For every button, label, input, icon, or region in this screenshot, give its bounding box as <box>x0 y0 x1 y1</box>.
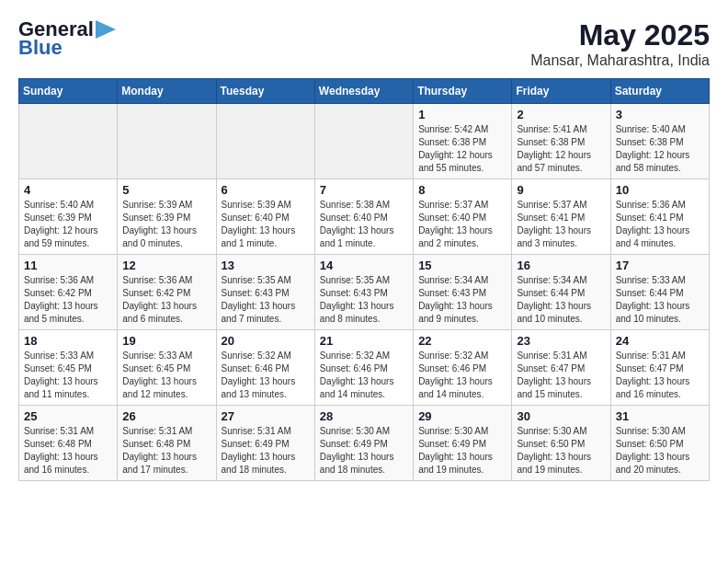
day-info: Sunrise: 5:33 AMSunset: 6:44 PMDaylight:… <box>616 274 704 326</box>
table-row: 27Sunrise: 5:31 AMSunset: 6:49 PMDayligh… <box>216 406 314 481</box>
col-saturday: Saturday <box>610 79 709 104</box>
day-number: 29 <box>418 409 506 423</box>
day-number: 1 <box>418 108 506 121</box>
table-row: 17Sunrise: 5:33 AMSunset: 6:44 PMDayligh… <box>610 255 709 330</box>
table-row: 5Sunrise: 5:39 AMSunset: 6:39 PMDaylight… <box>118 179 216 255</box>
day-number: 11 <box>24 259 112 272</box>
table-row: 29Sunrise: 5:30 AMSunset: 6:49 PMDayligh… <box>414 406 512 481</box>
day-info: Sunrise: 5:31 AMSunset: 6:47 PMDaylight:… <box>616 350 704 401</box>
table-row: 7Sunrise: 5:38 AMSunset: 6:40 PMDaylight… <box>314 179 413 255</box>
table-row: 2Sunrise: 5:41 AMSunset: 6:38 PMDaylight… <box>512 104 610 179</box>
day-number: 12 <box>122 259 210 272</box>
title-block: May 2025 Mansar, Maharashtra, India <box>530 18 710 69</box>
day-number: 4 <box>24 183 112 197</box>
table-row: 3Sunrise: 5:40 AMSunset: 6:38 PMDaylight… <box>610 104 709 179</box>
table-row: 31Sunrise: 5:30 AMSunset: 6:50 PMDayligh… <box>610 406 709 481</box>
table-row: 23Sunrise: 5:31 AMSunset: 6:47 PMDayligh… <box>512 330 610 406</box>
calendar-table: Sunday Monday Tuesday Wednesday Thursday… <box>18 78 710 481</box>
logo-text-blue: Blue <box>18 36 63 59</box>
col-sunday: Sunday <box>19 79 118 104</box>
table-row: 24Sunrise: 5:31 AMSunset: 6:47 PMDayligh… <box>610 330 709 406</box>
day-number: 9 <box>517 183 605 197</box>
day-number: 30 <box>517 409 605 423</box>
day-number: 28 <box>320 409 408 423</box>
table-row: 20Sunrise: 5:32 AMSunset: 6:46 PMDayligh… <box>216 330 314 406</box>
table-row: 30Sunrise: 5:30 AMSunset: 6:50 PMDayligh… <box>512 406 610 481</box>
day-info: Sunrise: 5:36 AMSunset: 6:42 PMDaylight:… <box>24 274 112 326</box>
day-info: Sunrise: 5:36 AMSunset: 6:42 PMDaylight:… <box>122 274 210 326</box>
table-row: 25Sunrise: 5:31 AMSunset: 6:48 PMDayligh… <box>19 406 118 481</box>
day-info: Sunrise: 5:30 AMSunset: 6:49 PMDaylight:… <box>418 425 506 477</box>
calendar-title: May 2025 <box>530 18 710 52</box>
calendar-header-row: Sunday Monday Tuesday Wednesday Thursday… <box>19 79 710 104</box>
table-row: 1Sunrise: 5:42 AMSunset: 6:38 PMDaylight… <box>414 104 512 179</box>
table-row <box>118 104 216 179</box>
calendar-week-row: 18Sunrise: 5:33 AMSunset: 6:45 PMDayligh… <box>19 330 710 406</box>
col-thursday: Thursday <box>414 79 512 104</box>
day-info: Sunrise: 5:40 AMSunset: 6:39 PMDaylight:… <box>24 199 112 250</box>
table-row: 8Sunrise: 5:37 AMSunset: 6:40 PMDaylight… <box>414 179 512 255</box>
table-row <box>216 104 314 179</box>
table-row: 14Sunrise: 5:35 AMSunset: 6:43 PMDayligh… <box>314 255 413 330</box>
calendar-week-row: 1Sunrise: 5:42 AMSunset: 6:38 PMDaylight… <box>19 104 710 179</box>
col-friday: Friday <box>512 79 610 104</box>
day-info: Sunrise: 5:38 AMSunset: 6:40 PMDaylight:… <box>320 199 408 250</box>
table-row: 16Sunrise: 5:34 AMSunset: 6:44 PMDayligh… <box>512 255 610 330</box>
table-row: 28Sunrise: 5:30 AMSunset: 6:49 PMDayligh… <box>314 406 413 481</box>
day-info: Sunrise: 5:30 AMSunset: 6:50 PMDaylight:… <box>517 425 605 477</box>
day-info: Sunrise: 5:33 AMSunset: 6:45 PMDaylight:… <box>24 350 112 401</box>
day-number: 27 <box>222 409 310 423</box>
day-info: Sunrise: 5:41 AMSunset: 6:38 PMDaylight:… <box>517 123 605 175</box>
day-number: 2 <box>517 108 605 121</box>
table-row: 9Sunrise: 5:37 AMSunset: 6:41 PMDaylight… <box>512 179 610 255</box>
day-number: 14 <box>320 259 408 272</box>
day-info: Sunrise: 5:32 AMSunset: 6:46 PMDaylight:… <box>418 350 506 401</box>
day-number: 17 <box>616 259 704 272</box>
table-row: 13Sunrise: 5:35 AMSunset: 6:43 PMDayligh… <box>216 255 314 330</box>
col-tuesday: Tuesday <box>216 79 314 104</box>
day-number: 8 <box>418 183 506 197</box>
day-info: Sunrise: 5:33 AMSunset: 6:45 PMDaylight:… <box>122 350 210 401</box>
calendar-week-row: 11Sunrise: 5:36 AMSunset: 6:42 PMDayligh… <box>19 255 710 330</box>
day-info: Sunrise: 5:40 AMSunset: 6:38 PMDaylight:… <box>616 123 704 175</box>
col-monday: Monday <box>118 79 216 104</box>
day-number: 31 <box>616 409 704 423</box>
day-info: Sunrise: 5:39 AMSunset: 6:40 PMDaylight:… <box>222 199 310 250</box>
day-info: Sunrise: 5:31 AMSunset: 6:48 PMDaylight:… <box>122 425 210 477</box>
day-info: Sunrise: 5:37 AMSunset: 6:41 PMDaylight:… <box>517 199 605 250</box>
table-row: 18Sunrise: 5:33 AMSunset: 6:45 PMDayligh… <box>19 330 118 406</box>
day-number: 19 <box>122 334 210 348</box>
day-info: Sunrise: 5:34 AMSunset: 6:44 PMDaylight:… <box>517 274 605 326</box>
day-info: Sunrise: 5:36 AMSunset: 6:41 PMDaylight:… <box>616 199 704 250</box>
calendar-week-row: 25Sunrise: 5:31 AMSunset: 6:48 PMDayligh… <box>19 406 710 481</box>
day-info: Sunrise: 5:35 AMSunset: 6:43 PMDaylight:… <box>320 274 408 326</box>
day-info: Sunrise: 5:30 AMSunset: 6:49 PMDaylight:… <box>320 425 408 477</box>
day-info: Sunrise: 5:34 AMSunset: 6:43 PMDaylight:… <box>418 274 506 326</box>
col-wednesday: Wednesday <box>314 79 413 104</box>
table-row: 4Sunrise: 5:40 AMSunset: 6:39 PMDaylight… <box>19 179 118 255</box>
day-number: 6 <box>222 183 310 197</box>
page-header: General Blue May 2025 Mansar, Maharashtr… <box>18 18 710 69</box>
day-number: 5 <box>122 183 210 197</box>
day-info: Sunrise: 5:31 AMSunset: 6:48 PMDaylight:… <box>24 425 112 477</box>
day-info: Sunrise: 5:31 AMSunset: 6:49 PMDaylight:… <box>222 425 310 477</box>
day-info: Sunrise: 5:32 AMSunset: 6:46 PMDaylight:… <box>320 350 408 401</box>
day-info: Sunrise: 5:35 AMSunset: 6:43 PMDaylight:… <box>222 274 310 326</box>
day-number: 3 <box>616 108 704 121</box>
day-number: 10 <box>616 183 704 197</box>
day-number: 7 <box>320 183 408 197</box>
day-info: Sunrise: 5:42 AMSunset: 6:38 PMDaylight:… <box>418 123 506 175</box>
table-row: 12Sunrise: 5:36 AMSunset: 6:42 PMDayligh… <box>118 255 216 330</box>
table-row <box>19 104 118 179</box>
table-row: 22Sunrise: 5:32 AMSunset: 6:46 PMDayligh… <box>414 330 512 406</box>
day-info: Sunrise: 5:39 AMSunset: 6:39 PMDaylight:… <box>122 199 210 250</box>
day-number: 16 <box>517 259 605 272</box>
day-number: 21 <box>320 334 408 348</box>
day-number: 26 <box>122 409 210 423</box>
svg-marker-0 <box>96 20 116 39</box>
table-row: 15Sunrise: 5:34 AMSunset: 6:43 PMDayligh… <box>414 255 512 330</box>
day-number: 18 <box>24 334 112 348</box>
day-number: 15 <box>418 259 506 272</box>
table-row: 26Sunrise: 5:31 AMSunset: 6:48 PMDayligh… <box>118 406 216 481</box>
table-row: 6Sunrise: 5:39 AMSunset: 6:40 PMDaylight… <box>216 179 314 255</box>
